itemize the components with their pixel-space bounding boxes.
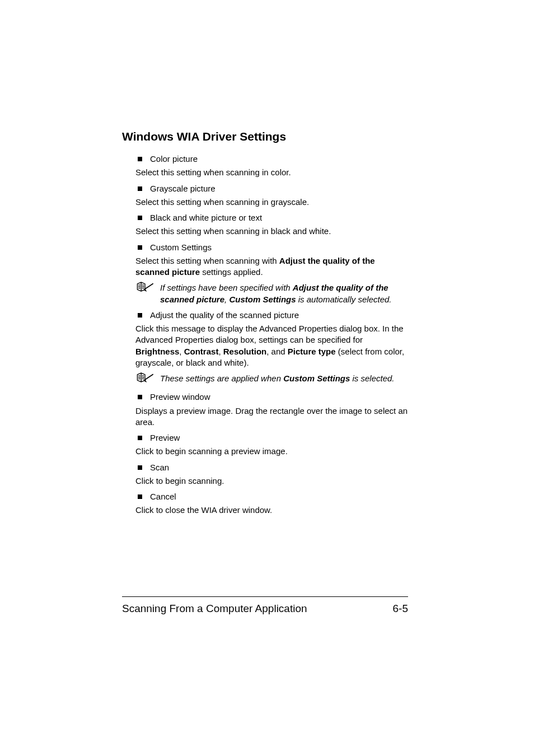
text-fragment: is selected. xyxy=(350,374,394,383)
text-fragment: If settings have been specified with xyxy=(160,283,293,292)
bullet-scan: Scan xyxy=(138,462,408,473)
svg-line-8 xyxy=(138,376,140,376)
svg-line-12 xyxy=(142,377,144,377)
note-applied-when: These settings are applied when Custom S… xyxy=(135,373,408,387)
text-fragment: Select this setting when scanning with xyxy=(135,256,279,265)
square-bullet-icon xyxy=(138,245,142,250)
footer-line: Scanning From a Computer Application 6-5 xyxy=(122,603,408,615)
note-icon xyxy=(135,372,154,386)
footer-rule xyxy=(122,596,408,597)
text-fragment: These settings are applied when xyxy=(160,374,283,383)
bullet-label: Grayscale picture xyxy=(150,183,216,194)
bullet-preview: Preview xyxy=(138,432,408,444)
svg-line-6 xyxy=(142,288,144,289)
bullet-adjust-quality: Adjust the quality of the scanned pictur… xyxy=(138,310,408,321)
bullet-color-picture: Color picture xyxy=(138,153,408,165)
bullet-custom-settings: Custom Settings xyxy=(138,242,408,253)
square-bullet-icon xyxy=(138,313,142,318)
bullet-label: Cancel xyxy=(150,491,176,502)
bullet-preview-window: Preview window xyxy=(138,391,408,403)
svg-line-4 xyxy=(142,285,144,286)
svg-line-10 xyxy=(138,379,140,379)
desc-grayscale-picture: Select this setting when scanning in gra… xyxy=(135,197,408,208)
svg-line-5 xyxy=(142,287,144,287)
text-fragment: , and xyxy=(266,347,288,356)
text-bold: Brightness xyxy=(135,347,179,356)
footer-title: Scanning From a Computer Application xyxy=(122,603,307,615)
text-bold: Resolution xyxy=(223,347,267,356)
desc-preview-window: Displays a preview image. Drag the recta… xyxy=(135,405,408,428)
square-bullet-icon xyxy=(138,436,142,440)
bullet-label: Adjust the quality of the scanned pictur… xyxy=(150,310,299,321)
bullet-label: Preview xyxy=(150,432,180,444)
square-bullet-icon xyxy=(138,465,142,470)
bullet-label: Black and white picture or text xyxy=(150,212,262,223)
text-fragment: settings applied. xyxy=(200,267,263,277)
bullet-cancel: Cancel xyxy=(138,491,408,502)
note-custom-settings: If settings have been specified with Adj… xyxy=(135,282,408,305)
svg-line-2 xyxy=(138,287,140,287)
text-fragment: , xyxy=(179,347,184,356)
note-icon xyxy=(135,281,154,304)
desc-adjust-quality: Click this message to display the Advanc… xyxy=(135,323,408,368)
square-bullet-icon xyxy=(138,494,142,499)
page-footer: Scanning From a Computer Application 6-5 xyxy=(122,596,408,615)
square-bullet-icon xyxy=(138,186,142,191)
page: Windows WIA Driver Settings Color pictur… xyxy=(0,0,534,756)
note-text: These settings are applied when Custom S… xyxy=(160,373,408,387)
bullet-label: Custom Settings xyxy=(150,242,212,253)
bullet-label: Preview window xyxy=(150,391,210,403)
content-body: Color picture Select this setting when s… xyxy=(122,153,408,516)
desc-color-picture: Select this setting when scanning in col… xyxy=(135,167,408,178)
bullet-bw-picture: Black and white picture or text xyxy=(138,212,408,223)
desc-cancel: Click to close the WIA driver window. xyxy=(135,505,408,516)
note-text: If settings have been specified with Adj… xyxy=(160,282,408,305)
svg-line-13 xyxy=(142,379,144,379)
square-bullet-icon xyxy=(138,216,142,220)
bullet-grayscale-picture: Grayscale picture xyxy=(138,183,408,194)
text-bold: Picture type xyxy=(288,347,336,356)
svg-line-11 xyxy=(142,376,144,376)
text-fragment: Click this message to display the Advanc… xyxy=(135,324,404,344)
section-heading: Windows WIA Driver Settings xyxy=(122,130,408,143)
desc-scan: Click to begin scanning. xyxy=(135,475,408,487)
svg-line-1 xyxy=(138,285,140,286)
svg-line-3 xyxy=(138,288,140,289)
text-fragment: is automatically selected. xyxy=(296,295,392,304)
svg-line-9 xyxy=(138,377,140,377)
desc-preview: Click to begin scanning a preview image. xyxy=(135,446,408,457)
text-bold: Custom Settings xyxy=(283,374,350,383)
text-fragment: , xyxy=(218,347,223,356)
desc-bw-picture: Select this setting when scanning in bla… xyxy=(135,226,408,237)
desc-custom-settings: Select this setting when scanning with A… xyxy=(135,255,408,278)
text-bold: Contrast xyxy=(184,347,219,356)
page-number: 6-5 xyxy=(393,603,408,615)
bullet-label: Scan xyxy=(150,462,169,473)
bullet-label: Color picture xyxy=(150,153,198,165)
square-bullet-icon xyxy=(138,395,142,399)
text-bold: Custom Settings xyxy=(229,295,296,304)
square-bullet-icon xyxy=(138,157,142,161)
